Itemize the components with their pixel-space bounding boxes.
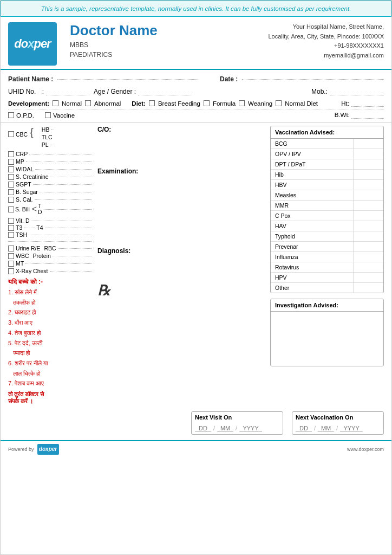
breast-feeding-checkbox[interactable] <box>149 100 155 106</box>
xray-item: X-Ray Chest <box>8 267 92 275</box>
sgpt-checkbox[interactable] <box>8 182 14 188</box>
vaccine-checkbox[interactable] <box>45 112 51 118</box>
t3-t4-row: T3 T4 <box>8 224 92 231</box>
header: doxper Doctor Name MBBS PAEDIATRICS Your… <box>1 17 391 70</box>
hospital-phone: +91-98XXXXXXX1 <box>268 41 384 51</box>
abnormal-checkbox[interactable] <box>85 100 91 106</box>
vit-d-checkbox[interactable] <box>8 218 14 224</box>
next-vaccination-title: Next Vaccination On <box>292 412 383 423</box>
formula-checkbox[interactable] <box>204 100 210 106</box>
s-cal-dots <box>35 199 92 200</box>
rbc-label: RBC <box>44 245 56 251</box>
vacc-name-5: Measles <box>271 190 354 200</box>
normal-checkbox[interactable] <box>53 100 58 106</box>
next-visit-yyyy[interactable] <box>239 425 262 432</box>
normal-diet-checkbox[interactable] <box>276 100 282 106</box>
vaccine-label: Vaccine <box>53 112 75 119</box>
mp-item: MP <box>8 158 92 165</box>
t3-checkbox[interactable] <box>8 225 14 231</box>
next-visit-dd[interactable] <box>195 425 211 432</box>
next-visit-date[interactable]: / / <box>192 423 283 434</box>
s-bili-label: S. Bili <box>15 206 30 212</box>
bwt-section: B.Wt: <box>335 112 384 119</box>
mt-label: MT <box>16 260 24 267</box>
tlc-label: TLC <box>42 134 53 140</box>
urine-re-label: Urine R/E <box>16 245 41 251</box>
breast-feeding-label: Breast Feeding <box>158 100 200 107</box>
cbc-bracket: HB TLC PL <box>42 126 54 149</box>
vit-d-label: Vit. D <box>16 217 29 224</box>
investigation-body <box>271 312 383 366</box>
vacc-row-2: DPT / DPaT <box>271 159 383 170</box>
vit-d-dots <box>31 221 92 221</box>
abnormal-label: Abnormal <box>94 100 121 107</box>
examination-content <box>97 177 265 242</box>
vacc-val-6 <box>354 201 383 210</box>
b-sugar-checkbox[interactable] <box>8 189 14 195</box>
next-vacc-dd[interactable] <box>296 425 312 432</box>
next-vaccination-date[interactable]: / / <box>292 423 383 434</box>
development-row: Development: Normal Abnormal Diet: Breas… <box>8 98 384 109</box>
cbc-label: CBC <box>16 131 28 138</box>
doctor-info: Doctor Name MBBS PAEDIATRICS <box>66 22 259 66</box>
hindi-item-7: 7. पेशाब कम आए <box>8 378 92 389</box>
widal-checkbox[interactable] <box>8 166 14 172</box>
next-vacc-mm[interactable] <box>318 425 334 432</box>
hindi-footer: तो तुरंत डॉक्टर सेसंपर्क करें । <box>8 391 92 405</box>
xray-dots <box>50 271 92 272</box>
mt-checkbox[interactable] <box>8 261 14 267</box>
uhid-colon2: : <box>42 88 44 95</box>
co-content <box>97 135 265 162</box>
formula-label: Formula <box>213 100 236 107</box>
wbc-checkbox[interactable] <box>8 253 14 259</box>
vaccine-item: Vaccine <box>45 112 75 119</box>
tsh-checkbox[interactable] <box>8 232 14 238</box>
bili-dots <box>43 209 92 210</box>
top-banner: This is a sample, representative templat… <box>1 1 391 17</box>
opd-row: O.P.D. Vaccine B.Wt: <box>8 109 384 121</box>
diagnosis-content <box>97 256 265 278</box>
opd-item: O.P.D. <box>8 112 34 119</box>
hindi-section: यदि बच्चे को :- 1. सांस लेने में तकलीफ ह… <box>8 278 92 405</box>
hospital-name: Your Hospital Name, Street Name, <box>268 22 384 32</box>
vacc-name-2: DPT / DPaT <box>271 159 354 169</box>
crp-checkbox[interactable] <box>8 151 14 157</box>
crp-item: CRP <box>8 150 92 158</box>
vacc-name-6: MMR <box>271 201 354 210</box>
vacc-row-9: Typhoid <box>271 231 383 242</box>
next-vacc-yyyy[interactable] <box>340 425 363 432</box>
s-bili-checkbox[interactable] <box>8 206 14 212</box>
next-visit-mm[interactable] <box>217 425 233 432</box>
vacc-val-10 <box>354 242 383 251</box>
pl-dots <box>50 145 54 145</box>
s-creatinine-checkbox[interactable] <box>8 174 14 180</box>
vit-d-item: Vit. D <box>8 217 92 224</box>
urine-re-checkbox[interactable] <box>8 246 14 251</box>
cbc-checkbox[interactable] <box>8 131 14 137</box>
doctor-name: Doctor Name <box>70 22 259 39</box>
widal-label: WIDAL <box>16 166 34 172</box>
b-sugar-label: B. Sugar <box>16 189 38 195</box>
mp-checkbox[interactable] <box>8 159 14 165</box>
patient-name-field <box>57 79 199 80</box>
hospital-address: Locality, Area, City, State, Pincode: 10… <box>268 32 384 42</box>
vacc-row-0: BCG <box>271 139 383 149</box>
bili-brace-icon: < <box>32 204 37 214</box>
vacc-val-3 <box>354 170 383 179</box>
t3-label: T3 <box>16 224 22 231</box>
mob-label: Mob.: <box>311 88 328 95</box>
vacc-name-7: C Pox <box>271 211 354 221</box>
examination-section: Examination: <box>97 167 265 242</box>
opd-checkbox[interactable] <box>8 112 14 118</box>
rx-symbol: ℞ <box>97 282 265 299</box>
weaning-checkbox[interactable] <box>239 100 245 106</box>
hb-dots <box>51 130 54 130</box>
s-cal-checkbox[interactable] <box>8 197 14 203</box>
xray-checkbox[interactable] <box>8 268 14 274</box>
vacc-name-4: HBV <box>271 180 354 190</box>
wbc-protein-item: WBC Protein <box>8 252 92 260</box>
sgpt-label: SGPT <box>16 181 31 188</box>
right-column: Vaccination Advised: BCG OPV / IPV DPT /… <box>270 126 384 405</box>
middle-column: C/O: Examination: Diagnosis: ℞ <box>97 126 265 405</box>
vaccination-rows: BCG OPV / IPV DPT / DPaT Hib HBV Measles… <box>271 139 383 293</box>
